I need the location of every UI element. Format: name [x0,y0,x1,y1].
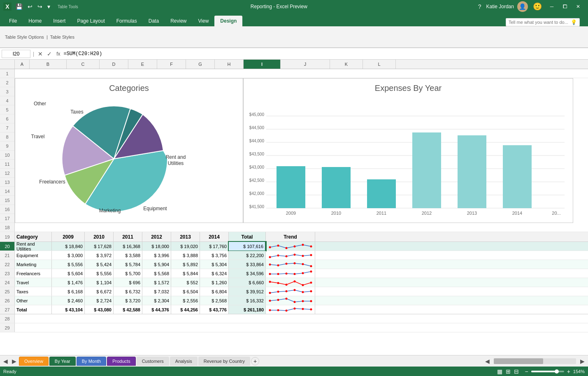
cell-d25[interactable]: $ 6,672 [85,287,114,296]
row-27[interactable]: 27 Total $ 43,104 $ 43,080 $ 42,588 $ 44… [0,305,588,314]
tell-me-box[interactable]: 💡 [506,18,580,26]
cell-d24[interactable]: $ 1,104 [85,278,114,287]
zoom-track[interactable] [531,371,564,372]
cell-h26[interactable]: $ 2,568 [200,296,229,305]
cell-g22[interactable]: $ 5,892 [171,260,200,269]
tab-revenue-by-country[interactable]: Revenue by Country [198,357,250,366]
cell-i26[interactable]: $ 16,332 [229,296,266,305]
tab-products[interactable]: Products [107,357,135,366]
cell-f26[interactable]: $ 2,304 [142,296,171,305]
horizontal-scrollbar[interactable] [494,358,576,364]
tell-me-input[interactable] [509,20,569,25]
row-25[interactable]: 25 Taxes $ 6,168 $ 6,672 $ 6,732 $ 7,032… [0,287,588,296]
cell-i27[interactable]: $ 261,180 [229,305,266,314]
cell-g21[interactable]: $ 3,888 [171,251,200,260]
tab-page-layout[interactable]: Page Layout [71,16,110,26]
cell-g25[interactable]: $ 6,504 [171,287,200,296]
cell-b26[interactable]: Other [15,296,52,305]
cell-c23[interactable]: $ 5,604 [52,269,85,278]
row-23[interactable]: 23 Freelancers $ 5,604 $ 5,556 $ 5,700 $… [0,269,588,278]
cell-h22[interactable]: $ 5,304 [200,260,229,269]
col-header-a[interactable]: A [15,60,30,69]
zoom-in-button[interactable]: + [566,368,572,375]
spreadsheet-scroll-area[interactable]: 1 Categories [0,69,588,355]
col-header-i[interactable]: I [244,60,281,69]
col-header-l[interactable]: L [363,60,396,69]
cell-i23[interactable]: $ 34,596 [229,269,266,278]
cell-b22[interactable]: Marketing [15,260,52,269]
tab-file[interactable]: File [3,16,23,26]
cell-i22[interactable]: $ 33,864 [229,260,266,269]
cell-d26[interactable]: $ 2,724 [85,296,114,305]
cell-h27[interactable]: $ 43,776 [200,305,229,314]
cell-d23[interactable]: $ 5,556 [85,269,114,278]
customize-button[interactable]: ▾ [46,2,52,11]
cell-e21[interactable]: $ 3,588 [114,251,142,260]
cell-h25[interactable]: $ 6,804 [200,287,229,296]
minimize-button[interactable]: ─ [545,0,558,13]
tab-data[interactable]: Data [143,16,165,26]
cell-e25[interactable]: $ 6,732 [114,287,142,296]
cell-reference-box[interactable] [2,50,30,58]
cell-e22[interactable]: $ 5,784 [114,260,142,269]
tab-by-year[interactable]: By Year [49,357,76,366]
tab-by-month[interactable]: By Month [77,357,106,366]
tab-analysis[interactable]: Analysis [170,357,198,366]
row-24[interactable]: 24 Travel $ 1,476 $ 1,104 $ 696 $ 1,572 … [0,278,588,287]
tab-view[interactable]: View [193,16,215,26]
col-header-b[interactable]: B [30,60,67,69]
cell-f22[interactable]: $ 5,904 [142,260,171,269]
page-layout-view-button[interactable]: ⊞ [504,368,512,375]
col-header-h[interactable]: H [215,60,244,69]
redo-button[interactable]: ↪ [36,2,44,11]
cell-f20[interactable]: $ 18,000 [142,242,171,251]
cell-f23[interactable]: $ 5,568 [142,269,171,278]
cell-e27[interactable]: $ 42,588 [114,305,142,314]
tab-home[interactable]: Home [23,16,47,26]
cell-d20[interactable]: $ 17,628 [85,242,114,251]
col-header-e[interactable]: E [128,60,157,69]
cell-i20-selected[interactable]: $ 107,616 [229,242,266,251]
cell-h21[interactable]: $ 3,756 [200,251,229,260]
row-26[interactable]: 26 Other $ 2,460 $ 2,724 $ 3,720 $ 2,304… [0,296,588,305]
cell-c21[interactable]: $ 3,000 [52,251,85,260]
cell-e26[interactable]: $ 3,720 [114,296,142,305]
cell-c24[interactable]: $ 1,476 [52,278,85,287]
col-header-c[interactable]: C [67,60,100,69]
cell-e23[interactable]: $ 5,700 [114,269,142,278]
row-22[interactable]: 22 Marketing $ 5,556 $ 5,424 $ 5,784 $ 5… [0,260,588,269]
cell-g20[interactable]: $ 19,020 [171,242,200,251]
save-button[interactable]: 💾 [14,2,24,11]
col-header-d[interactable]: D [100,60,128,69]
cell-f24[interactable]: $ 1,572 [142,278,171,287]
help-button[interactable]: ? [476,2,483,11]
sheet-nav-right[interactable]: ▶ [10,358,18,364]
cell-b27[interactable]: Total [15,305,52,314]
cell-e24[interactable]: $ 696 [114,278,142,287]
tab-overview[interactable]: Overview [19,357,49,366]
tab-insert[interactable]: Insert [47,16,71,26]
normal-view-button[interactable]: ▦ [496,368,504,375]
tab-review[interactable]: Review [165,16,192,26]
undo-button[interactable]: ↩ [26,2,34,11]
cell-e20[interactable]: $ 16,368 [114,242,142,251]
cell-h23[interactable]: $ 6,324 [200,269,229,278]
scrollbar-thumb[interactable] [494,358,543,364]
col-header-k[interactable]: K [330,60,363,69]
cell-i21[interactable]: $ 22,200 [229,251,266,260]
row-20[interactable]: 20 Rent and Utilities $ 18,840 $ 17,628 … [0,242,588,251]
cell-d27[interactable]: $ 43,080 [85,305,114,314]
cell-b20[interactable]: Rent and Utilities [15,242,52,251]
cell-f21[interactable]: $ 3,996 [142,251,171,260]
cell-c22[interactable]: $ 5,556 [52,260,85,269]
cell-b25[interactable]: Taxes [15,287,52,296]
cell-g27[interactable]: $ 44,256 [171,305,200,314]
cell-i25[interactable]: $ 39,912 [229,287,266,296]
cancel-formula-button[interactable]: ✕ [37,51,44,57]
close-button[interactable]: ✕ [572,0,585,13]
cell-c25[interactable]: $ 6,168 [52,287,85,296]
zoom-out-button[interactable]: − [523,368,529,375]
cell-d22[interactable]: $ 5,424 [85,260,114,269]
cell-i24[interactable]: $ 6,660 [229,278,266,287]
cell-c26[interactable]: $ 2,460 [52,296,85,305]
